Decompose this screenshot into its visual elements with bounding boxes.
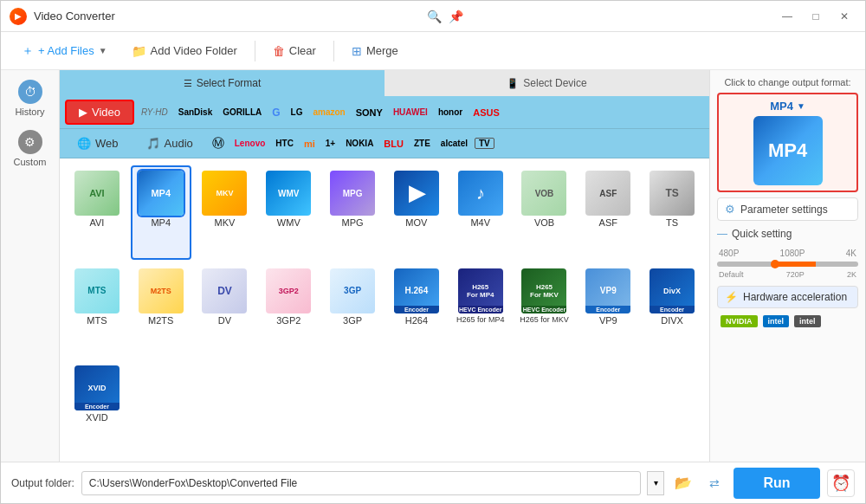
brand-sandisk[interactable]: SanDisk (175, 107, 216, 117)
tab-select-device[interactable]: 📱 Select Device (385, 70, 709, 96)
tab-select-format[interactable]: ☰ Select Format (60, 70, 385, 96)
quality-slider-track[interactable] (717, 262, 858, 267)
hardware-acceleration-button[interactable]: ⚡ Hardware acceleration (717, 286, 858, 308)
format-tab-icon: ☰ (184, 78, 192, 89)
format-divx[interactable]: DivX Encoder DIVX (642, 263, 702, 358)
format-ts[interactable]: TS TS (642, 165, 702, 260)
cat-tab-web[interactable]: 🌐 Web (65, 132, 131, 154)
hw-accel-icon: ⚡ (725, 291, 738, 303)
close-button[interactable]: ✕ (832, 8, 856, 25)
quick-setting-label: — Quick setting (717, 226, 858, 242)
mp4-label: MP4 (151, 217, 171, 228)
brand-alcatel[interactable]: alcatel (437, 139, 471, 148)
merge-button[interactable]: ⊞ Merge (341, 39, 409, 63)
mkv-label: MKV (215, 217, 236, 228)
sidebar-item-history[interactable]: ⏱ History (3, 74, 58, 122)
dv-icon: DV (202, 268, 247, 313)
audio-tab-icon: 🎵 (146, 137, 160, 150)
mpg-label: MPG (342, 217, 364, 228)
sidebar-item-custom[interactable]: ⚙ Custom (3, 124, 58, 172)
cat-tab-audio[interactable]: 🎵 Audio (134, 132, 205, 154)
brand-lg[interactable]: LG (288, 107, 307, 117)
format-mov[interactable]: ▶ MOV (386, 165, 447, 260)
mts-icon: MTS (74, 268, 120, 313)
divx-label: DIVX (661, 315, 683, 326)
format-3gp[interactable]: 3GP 3GP (322, 263, 383, 358)
format-mkv[interactable]: MKV MKV (195, 165, 255, 260)
pin-icon[interactable]: 📌 (449, 10, 463, 23)
path-extra-button[interactable]: ⇄ (702, 471, 727, 495)
format-h265mkv[interactable]: H265For MKV HEVC Encoder H265 for MKV (514, 263, 575, 358)
brand-blu[interactable]: BLU (380, 139, 407, 149)
avi-label: AVI (89, 217, 104, 228)
format-avi[interactable]: AVI AVI (67, 165, 127, 260)
format-3gp2[interactable]: 3GP2 3GP2 (258, 263, 319, 358)
format-grid: AVI AVI MP4 MP4 MKV MKV WMV WMV (60, 158, 709, 462)
brand-nokia[interactable]: NOKIA (342, 139, 377, 148)
brand-honor[interactable]: honor (435, 107, 466, 117)
schedule-button[interactable]: ⏰ (827, 469, 855, 497)
nvidia-badge: NVIDIA (721, 315, 758, 327)
add-files-dropdown-arrow[interactable]: ▼ (99, 46, 107, 55)
format-dv[interactable]: DV DV (195, 263, 255, 358)
brand-google[interactable]: G (268, 107, 283, 119)
format-h265mp4[interactable]: H265For MP4 HEVC Encoder H265 for MP4 (450, 263, 511, 358)
clear-button[interactable]: 🗑 Clear (262, 39, 326, 63)
brand-huawei[interactable]: HUAWEI (390, 107, 431, 117)
open-folder-button[interactable]: 📂 (671, 471, 695, 495)
format-h264[interactable]: H.264 Encoder H264 (386, 263, 447, 358)
format-mts[interactable]: MTS MTS (67, 263, 127, 358)
avi-icon: AVI (74, 171, 120, 216)
cat-tab-video[interactable]: ▶ Video (65, 100, 134, 125)
output-format-box[interactable]: MP4 ▼ MP4 (717, 93, 858, 192)
h265mp4-label: H265 for MP4 (456, 315, 505, 324)
h265mp4-icon: H265For MP4 HEVC Encoder (458, 268, 503, 313)
add-files-button[interactable]: ＋ + Add Files ▼ (11, 38, 118, 64)
brand-asus[interactable]: ASUS (469, 107, 503, 118)
asf-label: ASF (599, 217, 617, 228)
current-format-name: MP4 (770, 100, 793, 113)
search-icon[interactable]: 🔍 (427, 10, 442, 23)
sidebar-label-custom: Custom (14, 157, 47, 167)
brand-lenovo[interactable]: Lenovo (231, 139, 269, 148)
format-m4v[interactable]: ♪ M4V (450, 165, 511, 260)
gpu-badges: NVIDIA intel intel (717, 313, 858, 329)
brand-htc[interactable]: HTC (272, 139, 297, 148)
brand-mi[interactable]: mi (301, 139, 319, 149)
add-folder-button[interactable]: 📁 Add Video Folder (121, 39, 248, 63)
brand-tv[interactable]: TV (475, 138, 494, 149)
device-tab-icon: 📱 (507, 78, 519, 89)
brand-zte[interactable]: ZTE (410, 139, 434, 148)
right-panel: Click to change output format: MP4 ▼ MP4… (709, 70, 865, 462)
minimize-button[interactable]: — (775, 8, 799, 25)
quality-labels-bottom: Default 720P 2K (717, 270, 858, 279)
output-path-input[interactable] (81, 471, 641, 495)
brand-sony[interactable]: SONY (352, 107, 386, 118)
format-wmv[interactable]: WMV WMV (258, 165, 319, 260)
brand-motorola[interactable]: Ⓜ (209, 136, 228, 152)
path-dropdown-button[interactable]: ▾ (647, 471, 664, 495)
format-mpg[interactable]: MPG MPG (322, 165, 383, 260)
3gp2-icon: 3GP2 (266, 268, 311, 313)
clear-icon: 🗑 (273, 44, 285, 58)
quality-slider[interactable]: 480P 1080P 4K Default 720P 2K (717, 247, 858, 281)
format-xvid[interactable]: XVID Encoder XVID (67, 360, 127, 455)
format-asf[interactable]: ASF ASF (578, 165, 638, 260)
second-category-row: 🌐 Web 🎵 Audio Ⓜ Lenovo HTC mi 1+ (60, 128, 709, 158)
format-m2ts[interactable]: M2TS M2TS (131, 263, 191, 358)
format-vp9[interactable]: VP9 Encoder VP9 (578, 263, 638, 358)
format-vob[interactable]: VOB VOB (514, 165, 575, 260)
format-mp4[interactable]: MP4 MP4 (131, 165, 191, 260)
dv-label: DV (218, 315, 231, 326)
mp4-icon: MP4 (139, 171, 184, 216)
run-button[interactable]: Run (734, 468, 820, 499)
brand-amazon[interactable]: amazon (309, 107, 348, 117)
param-settings-button[interactable]: ⚙ Parameter settings (717, 197, 858, 221)
web-tab-icon: 🌐 (77, 137, 91, 150)
brand-oneplus[interactable]: 1+ (322, 139, 339, 148)
brand-gorilla[interactable]: GORILLA (219, 107, 265, 117)
m2ts-label: M2TS (148, 315, 173, 326)
quality-slider-thumb[interactable] (771, 260, 779, 268)
category-tabs: ▶ Video RY·HD SanDisk GORILLA G LG amazo… (60, 96, 709, 128)
maximize-button[interactable]: □ (804, 8, 828, 25)
